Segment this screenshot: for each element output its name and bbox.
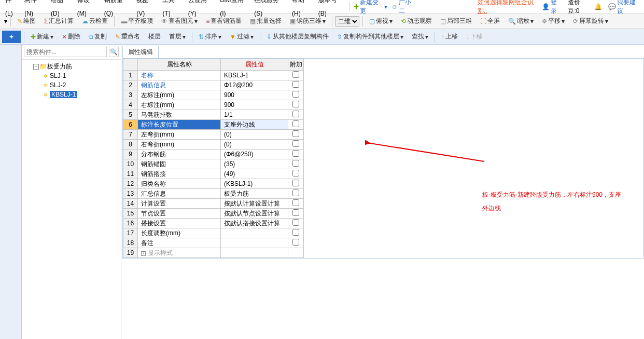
search-input[interactable]: [24, 47, 107, 57]
prop-extra[interactable]: [288, 219, 304, 228]
prop-extra[interactable]: [288, 80, 304, 90]
prop-value[interactable]: (0): [221, 130, 288, 140]
prop-value[interactable]: 板受力筋: [221, 189, 288, 199]
tree-item[interactable]: ✲ SLJ-2: [22, 80, 121, 90]
expand-icon[interactable]: +: [141, 251, 146, 256]
new-change-button[interactable]: ✚ 新建变更 ▾: [352, 0, 389, 16]
tree-root[interactable]: − 📁 板受力筋: [22, 62, 121, 71]
prop-extra[interactable]: [288, 130, 304, 140]
extra-checkbox[interactable]: [292, 140, 299, 147]
prop-extra[interactable]: [288, 199, 304, 209]
search-button[interactable]: 🔍: [109, 47, 119, 57]
prop-extra[interactable]: [288, 179, 304, 189]
top-view-button[interactable]: ▢俯视▾: [366, 17, 396, 25]
extra-checkbox[interactable]: [292, 199, 299, 206]
cloud-check-button[interactable]: ☁云检查: [79, 17, 111, 25]
prop-value[interactable]: Φ12@200: [221, 80, 288, 90]
prop-extra[interactable]: [288, 150, 304, 159]
prop-value[interactable]: 按默认计算设置计算: [221, 199, 288, 209]
view-element-button[interactable]: 👁查看图元▾: [158, 17, 201, 25]
prop-value[interactable]: KBSLJ-1: [221, 71, 288, 80]
prop-value[interactable]: [221, 238, 288, 248]
rebar-3d-button[interactable]: ▣钢筋三维▾: [287, 17, 329, 25]
extra-checkbox[interactable]: [292, 189, 299, 196]
prop-extra[interactable]: [288, 189, 304, 199]
prop-value[interactable]: 按默认搭接设置计算: [221, 219, 288, 228]
prop-extra[interactable]: [288, 228, 304, 238]
extra-checkbox[interactable]: [292, 160, 299, 167]
prop-value[interactable]: (Φ6@250): [221, 150, 288, 159]
extra-checkbox[interactable]: [292, 219, 299, 226]
delete-button[interactable]: ✕删除: [59, 32, 83, 41]
extra-checkbox[interactable]: [292, 239, 299, 246]
extra-checkbox[interactable]: [292, 229, 299, 236]
prop-value[interactable]: 支座外边线: [221, 120, 288, 130]
help-link[interactable]: 如何选择轴网组合识别..: [478, 0, 540, 16]
rotate-button[interactable]: ⟳屏幕旋转▾: [570, 17, 611, 25]
pan-button[interactable]: ✥平移▾: [539, 17, 568, 25]
batch-select-button[interactable]: ▦批量选择: [247, 17, 285, 25]
extra-checkbox[interactable]: [292, 101, 299, 107]
dropdown-icon[interactable]: ▾: [4, 18, 7, 25]
copy-from-button[interactable]: ⇩从其他楼层复制构件: [263, 32, 332, 41]
prop-value[interactable]: (35): [221, 159, 288, 169]
dimension-select[interactable]: 二维: [335, 16, 359, 26]
fullscreen-button[interactable]: ⛶全屏: [477, 17, 503, 25]
property-tab[interactable]: 属性编辑: [122, 46, 159, 58]
prop-value[interactable]: 900: [221, 100, 288, 110]
suggest-button[interactable]: 💬 我要建议: [606, 0, 642, 16]
tab-button[interactable]: ✦: [2, 31, 21, 43]
collapse-icon[interactable]: −: [33, 64, 39, 70]
extra-checkbox[interactable]: [292, 71, 299, 78]
prop-value[interactable]: [221, 228, 288, 238]
prop-extra[interactable]: [288, 140, 304, 150]
sum-button[interactable]: Σ汇总计算: [41, 17, 77, 25]
orbit-button[interactable]: ⟲动态观察: [398, 17, 435, 25]
prop-extra[interactable]: [288, 110, 304, 120]
extra-checkbox[interactable]: [292, 111, 299, 117]
move-down-button[interactable]: ↓下移: [463, 32, 486, 41]
rename-button[interactable]: ✎重命名: [112, 32, 143, 41]
extra-checkbox[interactable]: [292, 120, 299, 127]
login-button[interactable]: 👤 登录: [540, 0, 564, 16]
view-rebar-button[interactable]: ≡查看钢筋量: [203, 17, 245, 25]
extra-checkbox[interactable]: [292, 81, 299, 88]
move-up-button[interactable]: ↑上移: [438, 32, 461, 41]
local-3d-button[interactable]: ◫局部三维: [437, 17, 475, 25]
new-button[interactable]: ✚新建▾: [27, 32, 57, 41]
prop-value[interactable]: 按默认节点设置计算: [221, 209, 288, 219]
prop-value[interactable]: (KBSLJ-1): [221, 179, 288, 189]
extra-checkbox[interactable]: [292, 150, 299, 157]
prop-extra[interactable]: [288, 238, 304, 248]
copy-to-button[interactable]: ⇧复制构件到其他楼层▾: [334, 32, 407, 41]
extra-checkbox[interactable]: [292, 170, 299, 177]
find-button[interactable]: 查找▾: [409, 32, 431, 41]
prop-value[interactable]: (0): [221, 140, 288, 150]
prop-value[interactable]: (49): [221, 169, 288, 179]
extra-checkbox[interactable]: [292, 209, 299, 216]
prop-value[interactable]: [221, 248, 288, 258]
prop-extra[interactable]: [288, 159, 304, 169]
prop-extra[interactable]: [288, 71, 304, 80]
copy-button[interactable]: ⧉复制: [86, 32, 110, 41]
extra-checkbox[interactable]: [292, 130, 299, 137]
prop-extra[interactable]: [288, 90, 304, 100]
prop-extra[interactable]: [288, 100, 304, 110]
draw-button[interactable]: ✎绘图: [14, 17, 39, 25]
prop-extra[interactable]: [288, 120, 304, 130]
prop-value[interactable]: 900: [221, 90, 288, 100]
tree-item[interactable]: ✲ SLJ-1: [22, 71, 121, 80]
bell-icon[interactable]: 🔔: [594, 3, 602, 10]
prop-extra[interactable]: [288, 209, 304, 219]
prop-extra[interactable]: [288, 169, 304, 179]
floor-select[interactable]: 首层▾: [166, 32, 189, 41]
prop-value[interactable]: 1/1: [221, 110, 288, 120]
tree-item-selected[interactable]: ✲ KBSLJ-1: [22, 90, 121, 99]
zoom-button[interactable]: 🔍缩放▾: [505, 17, 537, 25]
extra-checkbox[interactable]: [292, 91, 299, 98]
sort-button[interactable]: ⇅排序▾: [195, 32, 225, 41]
user-label[interactable]: ☺ 广小二: [389, 0, 418, 16]
align-top-button[interactable]: ▬平齐板顶: [118, 17, 156, 25]
prop-extra[interactable]: [288, 248, 304, 258]
filter-button[interactable]: ▼过滤▾: [227, 32, 257, 41]
